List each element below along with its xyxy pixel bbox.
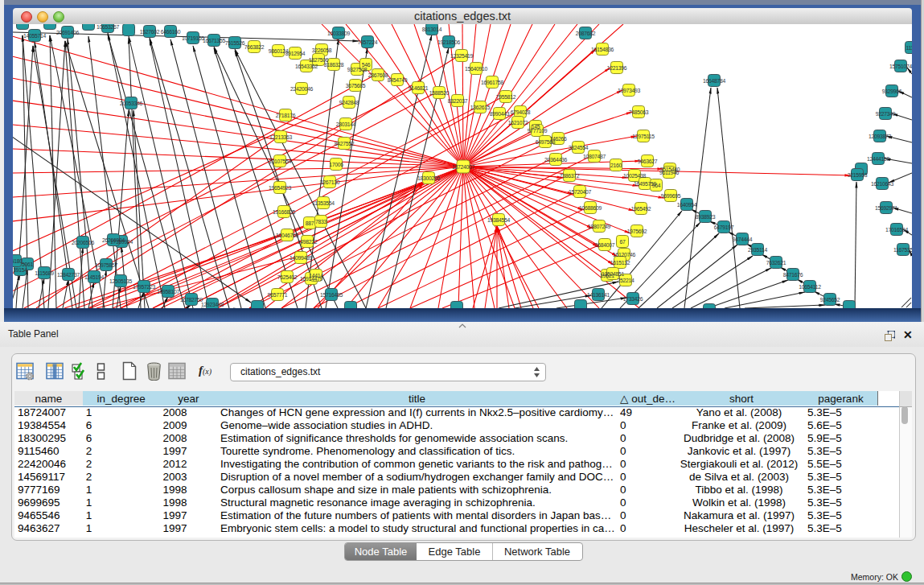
svg-text:20206516: 20206516 <box>72 240 94 245</box>
svg-text:9227349: 9227349 <box>876 111 896 117</box>
svg-text:1117: 1117 <box>906 45 912 51</box>
svg-text:1145194: 1145194 <box>84 274 104 280</box>
svg-text:10025438: 10025438 <box>623 173 646 179</box>
svg-text:10653267: 10653267 <box>97 24 119 30</box>
svg-text:10107554: 10107554 <box>269 159 291 164</box>
svg-text:20691406: 20691406 <box>56 30 79 35</box>
svg-text:39154: 39154 <box>13 267 27 273</box>
svg-text:16033809: 16033809 <box>327 31 350 36</box>
svg-text:3267130: 3267130 <box>320 179 340 185</box>
svg-text:8471676: 8471676 <box>783 272 803 278</box>
svg-text:887: 887 <box>306 220 314 226</box>
svg-text:1527602: 1527602 <box>140 29 160 35</box>
svg-text:2867608: 2867608 <box>368 72 388 78</box>
svg-text:13524851: 13524851 <box>602 271 624 277</box>
svg-text:10975857: 10975857 <box>95 262 117 268</box>
svg-text:20364436: 20364436 <box>544 157 567 163</box>
svg-text:2803144: 2803144 <box>336 122 356 127</box>
svg-text:7663822: 7663822 <box>244 44 265 50</box>
svg-text:1362615: 1362615 <box>470 105 491 110</box>
svg-text:12213363: 12213363 <box>269 134 292 140</box>
svg-text:14414: 14414 <box>309 273 323 278</box>
svg-text:8322037: 8322037 <box>448 98 468 104</box>
svg-text:19654923: 19654923 <box>269 185 291 191</box>
svg-text:15716485: 15716485 <box>320 292 343 298</box>
svg-text:9327508: 9327508 <box>347 67 368 72</box>
svg-text:12325419: 12325419 <box>450 53 473 59</box>
svg-text:8427552: 8427552 <box>335 141 355 146</box>
svg-text:8912954: 8912954 <box>285 51 306 56</box>
svg-text:19384554: 19384554 <box>487 217 510 223</box>
svg-text:1498222: 1498222 <box>298 239 318 245</box>
svg-text:8813014: 8813014 <box>422 27 442 32</box>
svg-text:17957223: 17957223 <box>133 284 155 290</box>
svg-text:1221396: 1221396 <box>607 65 627 71</box>
svg-text:14099489: 14099489 <box>290 255 312 261</box>
svg-text:16543362: 16543362 <box>295 64 318 69</box>
svg-text:12923448: 12923448 <box>201 302 224 307</box>
svg-text:14136141: 14136141 <box>587 292 610 298</box>
svg-text:1640954: 1640954 <box>677 202 697 208</box>
svg-text:546: 546 <box>362 62 371 68</box>
svg-text:16210643: 16210643 <box>871 181 893 187</box>
svg-text:19166825: 19166825 <box>273 209 295 215</box>
svg-text:15640910: 15640910 <box>465 66 487 72</box>
svg-text:8454749: 8454749 <box>388 77 408 83</box>
svg-text:6466160: 6466160 <box>161 29 181 35</box>
svg-text:18807249: 18807249 <box>588 224 610 229</box>
svg-text:19218506: 19218506 <box>437 39 460 45</box>
svg-text:10046766: 10046766 <box>276 233 298 238</box>
svg-text:2935114: 2935114 <box>748 247 767 253</box>
svg-text:10654112: 10654112 <box>799 284 821 290</box>
svg-text:6479197: 6479197 <box>714 225 734 230</box>
svg-text:3215953: 3215953 <box>848 172 868 178</box>
svg-text:2718176: 2718176 <box>276 113 296 118</box>
svg-text:17006: 17006 <box>329 162 343 167</box>
svg-text:9463627: 9463627 <box>638 159 658 164</box>
svg-text:16961758: 16961758 <box>481 80 503 85</box>
svg-text:3226058: 3226058 <box>312 47 332 53</box>
svg-text:10719155: 10719155 <box>182 35 204 41</box>
svg-text:7386372: 7386372 <box>560 173 580 179</box>
svg-text:1733426: 1733426 <box>623 296 643 302</box>
svg-text:1965492: 1965492 <box>631 206 651 212</box>
svg-text:16154836: 16154836 <box>591 47 614 52</box>
svg-text:26266904: 26266904 <box>102 237 125 243</box>
svg-text:16648784: 16648784 <box>703 78 725 84</box>
svg-text:9245652: 9245652 <box>820 297 840 303</box>
svg-text:10688609: 10688609 <box>579 205 602 211</box>
svg-text:3675685: 3675685 <box>346 83 366 89</box>
svg-text:67: 67 <box>620 239 626 245</box>
svg-text:9242848: 9242848 <box>339 100 359 105</box>
svg-text:12093873: 12093873 <box>869 134 891 139</box>
svg-text:8186328: 8186328 <box>324 62 344 68</box>
svg-text:252214: 252214 <box>618 278 634 283</box>
svg-text:12842737: 12842737 <box>57 272 80 278</box>
svg-text:22420046: 22420046 <box>290 86 313 92</box>
svg-text:964: 964 <box>652 183 661 188</box>
svg-text:3824554: 3824554 <box>569 145 589 150</box>
svg-text:1615132: 1615132 <box>610 260 630 266</box>
svg-text:7625402: 7625402 <box>277 274 298 280</box>
svg-text:9329966: 9329966 <box>882 89 902 94</box>
svg-text:1588520: 1588520 <box>429 90 450 96</box>
svg-text:15751074: 15751074 <box>889 64 912 69</box>
svg-text:1975692: 1975692 <box>627 229 647 234</box>
svg-text:8990443: 8990443 <box>490 111 510 117</box>
svg-text:1115689: 1115689 <box>35 270 54 276</box>
svg-text:18300295: 18300295 <box>417 175 440 181</box>
svg-text:16671355: 16671355 <box>203 38 225 43</box>
svg-text:16782759: 16782759 <box>180 297 203 303</box>
svg-text:9777109: 9777109 <box>528 128 548 134</box>
svg-text:14055714: 14055714 <box>23 33 46 39</box>
svg-text:9474444: 9474444 <box>733 237 753 242</box>
svg-text:7833: 7833 <box>315 219 326 225</box>
svg-text:9699695: 9699695 <box>661 193 681 199</box>
svg-text:75180: 75180 <box>13 258 23 264</box>
svg-text:7515526: 7515526 <box>225 40 245 46</box>
svg-text:12444159: 12444159 <box>867 156 889 162</box>
svg-text:2160: 2160 <box>610 163 622 168</box>
svg-text:6497568: 6497568 <box>536 139 556 145</box>
svg-text:10807487: 10807487 <box>583 154 606 159</box>
svg-text:1167535: 1167535 <box>893 247 912 253</box>
